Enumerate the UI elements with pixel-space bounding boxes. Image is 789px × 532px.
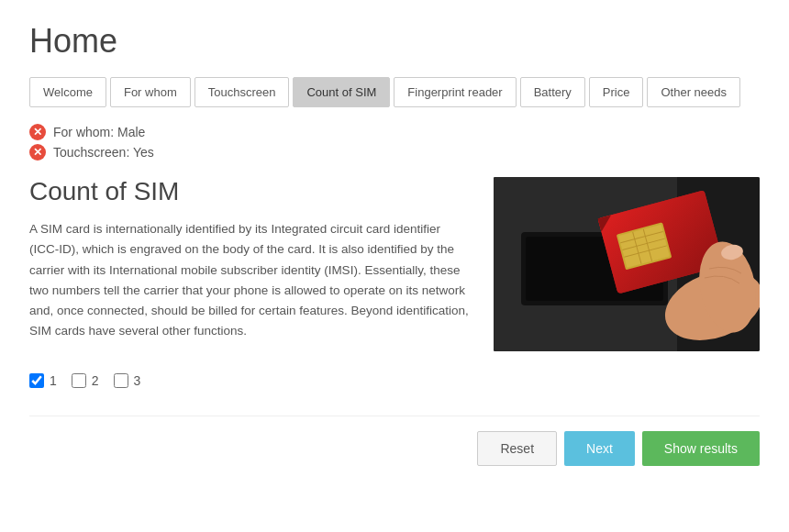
tab-price[interactable]: Price <box>589 77 644 107</box>
filter-label-for-whom-filter: For whom: Male <box>53 125 145 139</box>
image-section <box>494 177 760 351</box>
section-title: Count of SIM <box>29 177 472 206</box>
tab-welcome[interactable]: Welcome <box>29 77 106 107</box>
checkbox-item-sim3[interactable]: 3 <box>114 373 141 388</box>
checkbox-sim2[interactable] <box>72 373 86 388</box>
page-title: Home <box>29 22 760 61</box>
tab-other-needs[interactable]: Other needs <box>647 77 740 107</box>
remove-filter-icon-for-whom-filter[interactable]: ✕ <box>29 124 46 140</box>
sim-count-checkboxes: 123 <box>29 373 760 388</box>
checkbox-sim1[interactable] <box>29 373 44 388</box>
checkbox-sim3[interactable] <box>114 373 128 388</box>
reset-button[interactable]: Reset <box>477 431 557 466</box>
footer-buttons: Reset Next Show results <box>29 416 760 466</box>
checkbox-label-sim3: 3 <box>134 373 141 388</box>
checkbox-label-sim2: 2 <box>92 373 99 388</box>
checkbox-label-sim1: 1 <box>50 373 57 388</box>
filter-badge-touchscreen-filter: ✕Touchscreen: Yes <box>29 144 760 161</box>
checkbox-item-sim1[interactable]: 1 <box>29 373 57 388</box>
show-results-button[interactable]: Show results <box>642 431 760 466</box>
tab-touchscreen[interactable]: Touchscreen <box>194 77 290 107</box>
content-area: Count of SIM A SIM card is international… <box>29 177 760 351</box>
filter-label-touchscreen-filter: Touchscreen: Yes <box>53 145 154 160</box>
section-description: A SIM card is internationally identified… <box>29 219 472 342</box>
checkbox-item-sim2[interactable]: 2 <box>72 373 99 388</box>
filter-badge-for-whom-filter: ✕For whom: Male <box>29 124 760 140</box>
next-button[interactable]: Next <box>564 431 635 466</box>
sim-card-image <box>494 177 760 351</box>
tab-battery[interactable]: Battery <box>520 77 585 107</box>
text-section: Count of SIM A SIM card is international… <box>29 177 472 351</box>
filter-badges-container: ✕For whom: Male✕Touchscreen: Yes <box>29 124 760 161</box>
remove-filter-icon-touchscreen-filter[interactable]: ✕ <box>29 144 46 161</box>
tab-fingerprint-reader[interactable]: Fingerprint reader <box>394 77 516 107</box>
tab-for-whom[interactable]: For whom <box>110 77 191 107</box>
tab-count-of-sim[interactable]: Count of SIM <box>293 77 390 107</box>
tab-bar: WelcomeFor whomTouchscreenCount of SIMFi… <box>29 77 760 107</box>
